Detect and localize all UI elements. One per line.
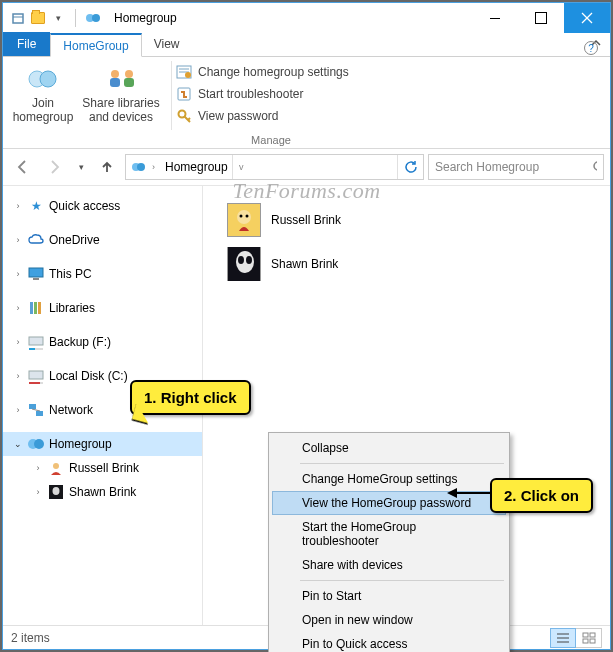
troubleshooter-label: Start troubleshooter bbox=[198, 87, 303, 101]
svg-rect-30 bbox=[29, 371, 43, 379]
annotation-callout-2: 2. Click on bbox=[490, 478, 593, 513]
ribbon-collapse-button[interactable]: ? bbox=[582, 33, 610, 56]
ctx-open-new-window[interactable]: Open in new window bbox=[272, 608, 506, 632]
tree-backup-drive[interactable]: › Backup (F:) bbox=[3, 330, 202, 354]
svg-rect-52 bbox=[590, 639, 595, 643]
svg-rect-24 bbox=[29, 268, 43, 277]
minimize-button[interactable] bbox=[472, 3, 518, 33]
homegroup-title-icon bbox=[84, 9, 102, 27]
svg-point-8 bbox=[111, 70, 119, 78]
address-bar[interactable]: › Homegroup v bbox=[125, 154, 424, 180]
svg-rect-32 bbox=[36, 411, 43, 416]
start-troubleshooter-button[interactable]: Start troubleshooter bbox=[172, 85, 610, 103]
search-input[interactable] bbox=[435, 160, 586, 174]
recent-locations-button[interactable]: ▾ bbox=[73, 153, 89, 181]
close-button[interactable] bbox=[564, 3, 610, 33]
qat-dropdown-icon[interactable]: ▾ bbox=[49, 9, 67, 27]
svg-line-19 bbox=[188, 118, 190, 120]
expand-icon[interactable]: › bbox=[11, 405, 25, 415]
homegroup-icon bbox=[27, 435, 45, 453]
tree-homegroup[interactable]: ⌄ Homegroup bbox=[3, 432, 202, 456]
item-count: 2 items bbox=[11, 631, 50, 645]
svg-rect-28 bbox=[38, 302, 41, 314]
ctx-share-devices[interactable]: Share with devices bbox=[272, 553, 506, 577]
libraries-icon bbox=[27, 299, 45, 317]
share-libraries-button[interactable]: Share libraries and devices bbox=[77, 61, 165, 127]
view-password-button[interactable]: View password bbox=[172, 107, 610, 125]
search-box[interactable] bbox=[428, 154, 604, 180]
ribbon-group-label: Manage bbox=[52, 134, 490, 148]
ctx-collapse[interactable]: Collapse bbox=[272, 436, 506, 460]
address-dropdown-icon[interactable]: v bbox=[232, 155, 250, 179]
network-icon bbox=[27, 401, 45, 419]
troubleshooter-icon bbox=[176, 86, 192, 102]
tree-homegroup-child[interactable]: › Russell Brink bbox=[3, 456, 202, 480]
svg-rect-29 bbox=[29, 337, 43, 345]
tree-homegroup-child[interactable]: › Shawn Brink bbox=[3, 480, 202, 504]
new-folder-icon[interactable] bbox=[29, 9, 47, 27]
svg-point-15 bbox=[185, 72, 191, 78]
svg-point-45 bbox=[246, 256, 252, 264]
window-title: Homegroup bbox=[114, 11, 177, 25]
properties-icon[interactable] bbox=[9, 9, 27, 27]
star-icon: ★ bbox=[27, 197, 45, 215]
change-settings-button[interactable]: Change homegroup settings bbox=[172, 63, 610, 81]
tab-view[interactable]: View bbox=[142, 32, 192, 56]
address-crumb[interactable]: Homegroup bbox=[161, 155, 232, 179]
expand-icon[interactable]: › bbox=[31, 487, 45, 497]
ctx-start-troubleshooter[interactable]: Start the HomeGroup troubleshooter bbox=[272, 515, 506, 553]
join-homegroup-button[interactable]: Join homegroup bbox=[9, 61, 77, 127]
maximize-button[interactable] bbox=[518, 3, 564, 33]
expand-icon[interactable]: › bbox=[11, 303, 25, 313]
svg-point-40 bbox=[240, 215, 243, 218]
ribbon-tabs: File HomeGroup View ? bbox=[3, 33, 610, 57]
svg-point-3 bbox=[92, 14, 100, 22]
expand-icon[interactable]: › bbox=[11, 235, 25, 245]
file-tab[interactable]: File bbox=[3, 32, 50, 56]
tab-homegroup[interactable]: HomeGroup bbox=[50, 33, 141, 57]
expand-icon[interactable]: › bbox=[11, 371, 25, 381]
svg-point-38 bbox=[53, 487, 60, 495]
svg-rect-25 bbox=[33, 278, 39, 280]
svg-point-21 bbox=[137, 163, 145, 171]
list-item[interactable]: Shawn Brink bbox=[213, 244, 600, 284]
user-icon bbox=[47, 483, 65, 501]
svg-point-44 bbox=[238, 256, 244, 264]
tree-onedrive[interactable]: › OneDrive bbox=[3, 228, 202, 252]
expand-icon[interactable]: › bbox=[11, 201, 25, 211]
collapse-icon[interactable]: ⌄ bbox=[11, 439, 25, 449]
ctx-pin-quick-access[interactable]: Pin to Quick access bbox=[272, 632, 506, 652]
expand-icon[interactable]: › bbox=[31, 463, 45, 473]
svg-point-41 bbox=[246, 215, 249, 218]
details-view-button[interactable] bbox=[550, 628, 576, 648]
tree-this-pc[interactable]: › This PC bbox=[3, 262, 202, 286]
address-root-icon[interactable]: › bbox=[126, 155, 161, 179]
up-button[interactable] bbox=[93, 153, 121, 181]
refresh-button[interactable] bbox=[397, 155, 423, 179]
drive-icon bbox=[27, 367, 45, 385]
item-name: Russell Brink bbox=[271, 213, 341, 227]
user-avatar-icon bbox=[227, 203, 261, 237]
tree-libraries[interactable]: › Libraries bbox=[3, 296, 202, 320]
search-icon bbox=[592, 160, 597, 174]
svg-point-7 bbox=[40, 71, 56, 87]
expand-icon[interactable]: › bbox=[11, 269, 25, 279]
svg-line-33 bbox=[32, 409, 40, 411]
svg-rect-49 bbox=[583, 633, 588, 637]
back-button[interactable] bbox=[9, 153, 37, 181]
annotation-callout-1: 1. Right click bbox=[130, 380, 251, 415]
large-icons-view-button[interactable] bbox=[576, 628, 602, 648]
change-settings-label: Change homegroup settings bbox=[198, 65, 349, 79]
title-bar: ▾ Homegroup bbox=[3, 3, 610, 33]
svg-point-35 bbox=[34, 439, 44, 449]
separator bbox=[75, 9, 76, 27]
list-item[interactable]: Russell Brink bbox=[213, 200, 600, 240]
ribbon: Join homegroup Share libraries and devic… bbox=[3, 57, 610, 149]
ctx-pin-start[interactable]: Pin to Start bbox=[272, 584, 506, 608]
context-menu: Collapse Change HomeGroup settings View … bbox=[268, 432, 510, 652]
svg-rect-51 bbox=[583, 639, 588, 643]
expand-icon[interactable]: › bbox=[11, 337, 25, 347]
settings-list-icon bbox=[176, 64, 192, 80]
tree-quick-access[interactable]: › ★ Quick access bbox=[3, 194, 202, 218]
forward-button[interactable] bbox=[41, 153, 69, 181]
